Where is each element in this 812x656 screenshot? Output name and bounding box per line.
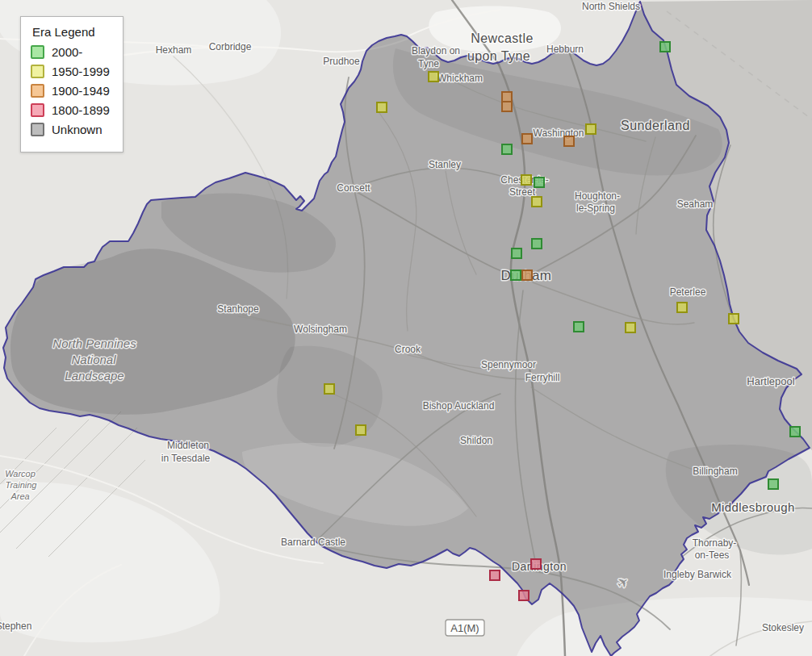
legend-title: Era Legend: [32, 25, 110, 39]
legend-item: 1900-1949: [31, 84, 110, 98]
era-swatch-icon: [31, 65, 44, 78]
era-marker[interactable]: [660, 42, 670, 52]
place-label: Training: [6, 480, 38, 490]
era-marker[interactable]: [626, 323, 635, 332]
era-marker[interactable]: [519, 591, 529, 600]
era-marker[interactable]: [356, 425, 366, 435]
era-marker[interactable]: [502, 102, 512, 111]
era-marker[interactable]: [511, 270, 521, 280]
place-label: Ferryhill: [525, 372, 560, 383]
place-label: Thornaby-: [693, 537, 737, 549]
legend-item-label: 2000-: [52, 45, 82, 59]
place-label: le-Spring: [576, 203, 615, 214]
legend-item-label: 1900-1949: [52, 84, 110, 98]
place-label: Bishop Auckland: [423, 400, 495, 412]
place-label: Kirkby Stephen: [0, 620, 31, 632]
place-label: North Pennines: [52, 336, 136, 350]
place-label: Corbridge: [209, 41, 252, 52]
place-label: Washington: [534, 127, 584, 139]
era-marker[interactable]: [768, 479, 778, 489]
era-marker[interactable]: [677, 303, 687, 312]
era-legend: Era Legend 2000-1950-19991900-19491800-1…: [20, 16, 123, 153]
legend-item: 1950-1999: [31, 65, 110, 78]
place-label: upon Tyne: [467, 49, 530, 63]
place-label: Hartlepool: [747, 375, 794, 387]
place-label: Barnard Castle: [281, 537, 345, 548]
place-label: Houghton-: [575, 190, 620, 202]
era-marker[interactable]: [522, 270, 532, 280]
place-label: Tyne: [418, 58, 439, 69]
place-label: Stanley: [429, 159, 461, 170]
place-label: Landscape: [65, 369, 123, 382]
legend-item-label: 1950-1999: [52, 65, 110, 78]
era-marker[interactable]: [490, 570, 500, 580]
legend-item: Unknown: [31, 123, 110, 136]
era-marker[interactable]: [377, 102, 387, 112]
place-label: Ingleby Barwick: [663, 569, 732, 580]
place-label: Spennymoor: [481, 359, 536, 370]
map-canvas[interactable]: North ShieldsNewcastleupon TyneHexhamCor…: [0, 0, 812, 656]
place-label: Peterlee: [670, 286, 706, 298]
legend-item: 2000-: [31, 45, 110, 59]
era-marker[interactable]: [502, 92, 512, 102]
era-marker[interactable]: [521, 175, 531, 185]
place-label: on-Tees: [695, 549, 730, 561]
place-label: Billingham: [693, 466, 737, 477]
era-marker[interactable]: [324, 384, 334, 394]
place-label: Blaydon on: [412, 45, 460, 56]
place-label: Newcastle: [471, 31, 533, 45]
era-marker[interactable]: [531, 559, 541, 569]
place-label: Hebburn: [546, 44, 584, 55]
era-swatch-icon: [31, 45, 44, 59]
era-marker[interactable]: [532, 239, 542, 249]
place-label: Middleton: [167, 440, 209, 451]
place-label: Warcop: [5, 469, 36, 478]
era-marker[interactable]: [429, 72, 438, 81]
road-shield: A1(M): [446, 620, 484, 636]
legend-item-label: Unknown: [52, 123, 103, 136]
road-shield-label: A1(M): [450, 622, 479, 634]
era-marker[interactable]: [512, 249, 521, 258]
place-label: National: [71, 353, 116, 366]
place-label: North Shields: [582, 1, 640, 12]
place-label: Prudhoe: [323, 56, 360, 67]
legend-item: 1800-1899: [31, 103, 110, 117]
place-label: Street: [509, 186, 536, 198]
place-label: Crook: [395, 344, 421, 355]
era-marker[interactable]: [534, 178, 544, 187]
place-label: Middlesbrough: [711, 500, 795, 514]
era-marker[interactable]: [586, 124, 596, 134]
place-label: Wolsingham: [294, 324, 347, 335]
place-label: Seaham: [677, 198, 714, 210]
era-marker[interactable]: [532, 197, 542, 207]
legend-item-label: 1800-1899: [52, 103, 110, 117]
place-label: in Teesdale: [161, 453, 211, 464]
era-swatch-icon: [31, 84, 44, 98]
place-label: Consett: [337, 182, 370, 194]
era-marker[interactable]: [574, 322, 584, 332]
era-marker[interactable]: [790, 427, 800, 437]
place-label: Hexham: [156, 44, 192, 56]
place-label: Area: [10, 491, 29, 501]
era-swatch-icon: [31, 123, 44, 136]
era-marker[interactable]: [564, 136, 574, 146]
place-label: Sunderland: [621, 119, 690, 132]
era-marker[interactable]: [729, 314, 739, 324]
place-label: Shildon: [460, 435, 492, 446]
era-swatch-icon: [31, 103, 44, 117]
era-marker[interactable]: [502, 144, 512, 154]
place-label: Stokesley: [762, 622, 804, 633]
era-marker[interactable]: [522, 134, 532, 144]
place-label: Whickham: [437, 73, 483, 84]
place-label: Stanhope: [217, 303, 259, 315]
